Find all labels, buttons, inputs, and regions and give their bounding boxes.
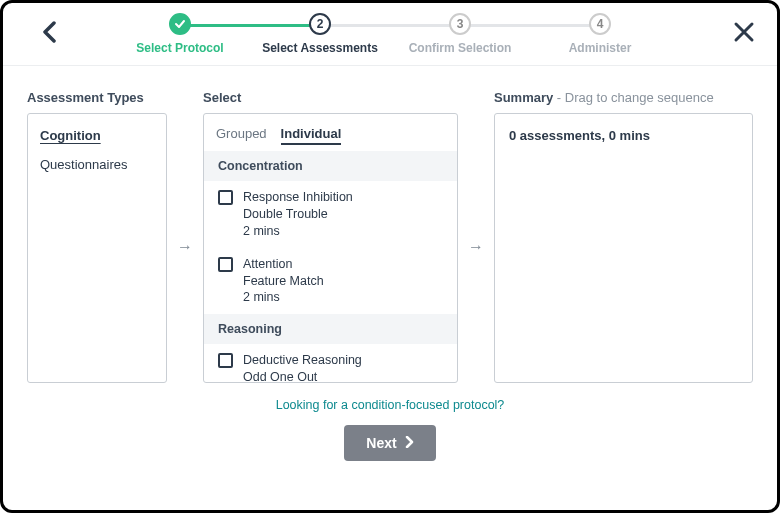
assessment-title: Deductive Reasoning — [243, 352, 362, 369]
checkbox[interactable] — [218, 257, 233, 272]
summary-title: Summary - Drag to change sequence — [494, 90, 753, 105]
checkbox[interactable] — [218, 353, 233, 368]
assessment-types-title: Assessment Types — [27, 90, 167, 105]
list-item: Response Inhibition Double Trouble 2 min… — [204, 181, 457, 248]
tab-individual[interactable]: Individual — [281, 126, 342, 145]
arrow-right-icon: → — [468, 238, 484, 256]
step-select-assessments: 2 Select Assessments — [250, 13, 390, 55]
checkbox[interactable] — [218, 190, 233, 205]
back-button[interactable] — [41, 21, 59, 47]
list-item: Deductive Reasoning Odd One Out 3 mins — [204, 344, 457, 382]
arrow-right-icon: → — [177, 238, 193, 256]
assessment-title: Response Inhibition — [243, 189, 353, 206]
assessment-subtitle: Feature Match — [243, 273, 324, 290]
assessments-scroll[interactable]: Concentration Response Inhibition Double… — [204, 151, 457, 382]
type-questionnaires[interactable]: Questionnaires — [40, 157, 154, 172]
next-button[interactable]: Next — [344, 425, 435, 461]
type-cognition[interactable]: Cognition — [40, 128, 154, 143]
group-reasoning: Reasoning — [204, 314, 457, 344]
assessment-duration: 2 mins — [243, 223, 353, 240]
assessment-title: Attention — [243, 256, 324, 273]
group-concentration: Concentration — [204, 151, 457, 181]
select-title: Select — [203, 90, 458, 105]
step-select-protocol: Select Protocol — [110, 13, 250, 55]
step-administer: 4 Administer — [530, 13, 670, 55]
step-check-icon — [169, 13, 191, 35]
step-confirm-selection: 3 Confirm Selection — [390, 13, 530, 55]
tab-grouped[interactable]: Grouped — [216, 126, 267, 145]
select-panel: Grouped Individual Concentration Respons… — [203, 113, 458, 383]
assessment-subtitle: Double Trouble — [243, 206, 353, 223]
close-button[interactable] — [733, 21, 755, 47]
chevron-right-icon — [405, 435, 414, 451]
assessment-types-panel: Cognition Questionnaires — [27, 113, 167, 383]
stepper: Select Protocol 2 Select Assessments 3 C… — [3, 3, 777, 55]
assessment-subtitle: Odd One Out — [243, 369, 362, 382]
summary-panel: 0 assessments, 0 mins — [494, 113, 753, 383]
condition-protocol-link[interactable]: Looking for a condition-focused protocol… — [276, 398, 505, 412]
summary-count: 0 assessments, 0 mins — [509, 128, 738, 143]
assessment-duration: 2 mins — [243, 289, 324, 306]
list-item: Attention Feature Match 2 mins — [204, 248, 457, 315]
